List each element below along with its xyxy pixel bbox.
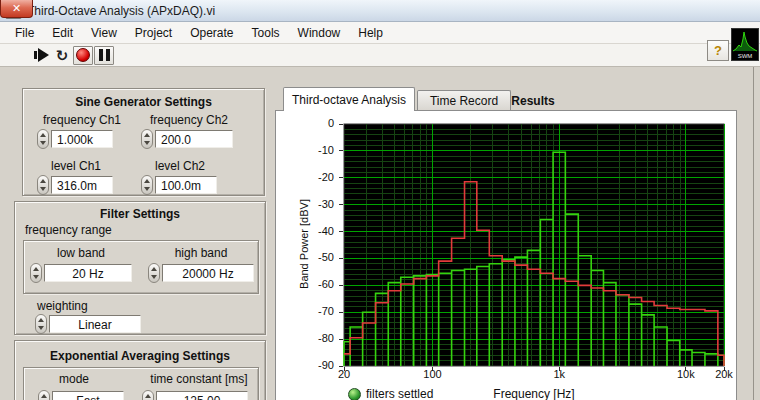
menu-item-tools[interactable]: Tools: [243, 24, 289, 42]
frequency-ch2-label: frequency Ch2: [141, 113, 237, 127]
frequency-ch1-field[interactable]: 1.000k: [51, 130, 113, 148]
increment-decrement[interactable]: [37, 175, 49, 195]
time-constant-field[interactable]: 125.00: [156, 391, 248, 400]
run-button[interactable]: [31, 46, 51, 65]
x-tick-label: 1k: [553, 368, 565, 380]
increment-decrement[interactable]: [141, 129, 153, 149]
increment-decrement[interactable]: [141, 175, 153, 195]
low-band-field[interactable]: 20 Hz: [44, 264, 132, 282]
vi-icon-text: SWM: [732, 53, 758, 59]
menu-item-project[interactable]: Project: [126, 24, 181, 42]
mode-control: Fast: [38, 390, 124, 400]
level-ch1-field[interactable]: 316.0m: [51, 176, 113, 194]
tab-third-octave-analysis[interactable]: Third-octave Analysis: [283, 87, 415, 111]
averaging-title: Exponential Averaging Settings: [15, 349, 265, 363]
x-tick-label: 10k: [677, 368, 695, 380]
increment-decrement[interactable]: [148, 263, 160, 283]
y-tick-label: -10: [290, 144, 334, 156]
frequency-ch1-control: 1.000k: [37, 129, 113, 149]
y-tick-label: -80: [290, 332, 334, 344]
mode-field[interactable]: Fast: [52, 391, 124, 400]
tab-results[interactable]: Results: [498, 90, 568, 111]
frequency-range-cluster: low band 20 Hz high band 20000 Hz: [23, 240, 259, 294]
help-button[interactable]: ?: [707, 40, 729, 61]
vi-icon-spectrum: [732, 29, 758, 53]
level-ch2-label: level Ch2: [141, 159, 219, 173]
menu-item-view[interactable]: View: [82, 24, 126, 42]
run-icon: [34, 51, 37, 59]
y-tick-label: -40: [290, 225, 334, 237]
frequency-ch2-control: 200.0: [141, 129, 233, 149]
abort-button[interactable]: [73, 46, 93, 65]
low-band-control: 20 Hz: [30, 263, 132, 283]
menu-item-edit[interactable]: Edit: [43, 24, 82, 42]
run-continuous-button[interactable]: ↻: [52, 46, 72, 65]
y-tick-label: -50: [290, 251, 334, 263]
increment-decrement[interactable]: [37, 129, 49, 149]
increment-decrement[interactable]: [30, 263, 42, 283]
close-button[interactable]: ✕: [0, 0, 33, 18]
toolbar: ↻: [0, 44, 760, 67]
run-continuous-icon: ↻: [56, 48, 69, 63]
y-tick-label: -90: [290, 359, 334, 371]
mode-label: mode: [38, 372, 110, 386]
vi-icon: SWM: [731, 28, 759, 61]
high-band-control: 20000 Hz: [148, 263, 254, 283]
level-ch1-label: level Ch1: [37, 159, 115, 173]
x-tick-label: 20: [338, 368, 350, 380]
increment-decrement[interactable]: [35, 314, 47, 334]
tab-page: Band Power [dBV] 0-10-20-30-40-50-60-70-…: [275, 110, 737, 400]
frequency-ch1-label: frequency Ch1: [37, 113, 127, 127]
tab-time-record[interactable]: Time Record: [417, 90, 511, 111]
increment-decrement[interactable]: [142, 390, 154, 400]
sine-generator-group: Sine Generator Settings frequency Ch1 1.…: [22, 88, 265, 196]
panel-right-strip: [737, 67, 760, 400]
x-tick-label: 100: [423, 368, 441, 380]
menu-item-operate[interactable]: Operate: [181, 24, 242, 42]
y-tick-label: -70: [290, 305, 334, 317]
filters-settled-label: filters settled: [366, 387, 433, 400]
weighting-label: weighting: [37, 299, 88, 313]
run-arrow-icon: [38, 48, 49, 62]
y-tick-label: -20: [290, 171, 334, 183]
level-ch2-field[interactable]: 100.0m: [155, 176, 217, 194]
frequency-range-label: frequency range: [25, 223, 112, 237]
menu-item-file[interactable]: File: [6, 24, 43, 42]
high-band-field[interactable]: 20000 Hz: [162, 264, 254, 282]
low-band-label: low band: [30, 246, 132, 260]
weighting-control: Linear: [35, 314, 141, 334]
x-tick-label: 20k: [715, 368, 733, 380]
weighting-field[interactable]: Linear: [49, 315, 141, 333]
increment-decrement[interactable]: [38, 390, 50, 400]
time-constant-control: 125.00: [142, 390, 248, 400]
time-constant-label: time constant [ms]: [142, 372, 256, 386]
high-band-label: high band: [148, 246, 254, 260]
filter-settings-group: Filter Settings frequency range low band…: [14, 201, 266, 335]
window-right-border: [753, 67, 754, 400]
sine-generator-title: Sine Generator Settings: [23, 95, 264, 109]
filter-settings-title: Filter Settings: [15, 207, 265, 221]
level-ch2-control: 100.0m: [141, 175, 217, 195]
filters-settled-indicator: filters settled: [348, 387, 433, 400]
averaging-cluster: mode Fast time constant [ms] 125.00: [23, 367, 259, 400]
x-axis-label: Frequency [Hz]: [434, 387, 634, 400]
averaging-group: Exponential Averaging Settings mode Fast…: [14, 340, 266, 400]
y-tick-label: 0: [290, 117, 334, 129]
third-octave-graph[interactable]: [344, 124, 724, 366]
led-icon: [348, 388, 361, 400]
frequency-ch2-field[interactable]: 200.0: [155, 130, 233, 148]
y-tick-label: -60: [290, 278, 334, 290]
menu-bar: FileEditViewProjectOperateToolsWindowHel…: [0, 22, 760, 44]
help-icon: ?: [714, 43, 722, 58]
title-bar: ▶ Third-Octave Analysis (APxDAQ).vi: [0, 0, 760, 22]
plot-area[interactable]: [344, 124, 724, 366]
window-title: Third-Octave Analysis (APxDAQ).vi: [27, 4, 215, 18]
menu-item-window[interactable]: Window: [289, 24, 350, 42]
level-ch1-control: 316.0m: [37, 175, 113, 195]
menu-item-help[interactable]: Help: [349, 24, 392, 42]
close-icon: ✕: [12, 2, 21, 15]
pause-icon: [99, 49, 110, 61]
pause-button[interactable]: [94, 46, 114, 65]
abort-icon: [76, 48, 90, 62]
y-tick-label: -30: [290, 198, 334, 210]
